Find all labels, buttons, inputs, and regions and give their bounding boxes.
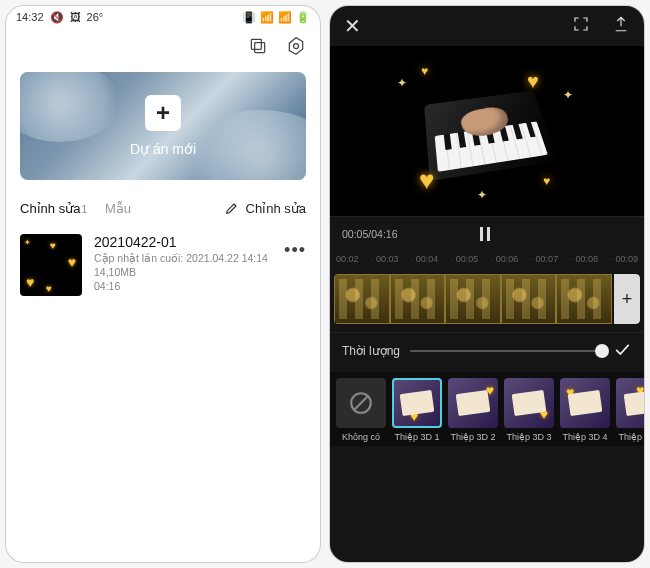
signal-icon: 📶 <box>278 11 292 24</box>
effect-thiep-3d-5[interactable]: Thiệp 3D 5 <box>616 378 644 442</box>
video-preview[interactable]: ♥♥♥♥ ✦✦✦ <box>330 46 644 216</box>
tab-edit-count: 1 <box>81 204 87 215</box>
add-clip-button[interactable]: + <box>614 274 640 324</box>
svg-rect-0 <box>251 39 261 49</box>
new-project-hero[interactable]: + Dự án mới <box>20 72 306 180</box>
confirm-button[interactable] <box>612 339 632 362</box>
editor-screen: ✕ ♥♥♥♥ ✦✦✦ 00:05/04:16 00:02 00:03 00:04… <box>330 6 644 562</box>
none-icon <box>348 390 374 416</box>
preview-content <box>424 90 558 181</box>
effect-label: Thiệp 3D 3 <box>504 432 554 442</box>
tab-template[interactable]: Mẫu <box>105 201 131 216</box>
project-updated: Cập nhật lần cuối: 2021.04.22 14:14 <box>94 252 272 264</box>
status-bar: 14:32 🔇 🖼 26° 📳 📶 📶 🔋 <box>6 6 320 28</box>
timeline-clip[interactable] <box>501 274 557 324</box>
ruler-tick: 00:03 <box>371 254 399 264</box>
vibrate-icon: 📳 <box>242 11 256 24</box>
settings-icon[interactable] <box>286 36 306 60</box>
status-time: 14:32 <box>16 11 44 23</box>
tabs-row: Chỉnh sửa1 Mẫu Chỉnh sửa <box>6 194 320 226</box>
ruler-tick: 00:04 <box>411 254 439 264</box>
project-thumbnail: ♥♥♥♥✦ <box>20 234 82 296</box>
duration-label: Thời lượng <box>342 344 400 358</box>
playback-row: 00:05/04:16 <box>330 216 644 250</box>
svg-rect-1 <box>255 43 265 53</box>
effect-thiep-3d-4[interactable]: Thiệp 3D 4 <box>560 378 610 442</box>
duration-row: Thời lượng <box>330 332 644 372</box>
svg-point-2 <box>294 44 299 49</box>
close-icon[interactable]: ✕ <box>344 14 361 38</box>
status-image-icon: 🖼 <box>70 11 81 23</box>
effect-thiep-3d-1[interactable]: Thiệp 3D 1 <box>392 378 442 442</box>
ruler-tick: 00:08 <box>571 254 599 264</box>
tab-edit-label: Chỉnh sửa <box>20 201 80 216</box>
project-meta: 20210422-01 Cập nhật lần cuối: 2021.04.2… <box>94 234 272 292</box>
duration-slider[interactable] <box>410 350 602 352</box>
new-project-label: Dự án mới <box>130 141 196 157</box>
wifi-icon: 📶 <box>260 11 274 24</box>
pause-button[interactable] <box>480 227 490 241</box>
ruler-tick: 00:09 <box>610 254 638 264</box>
timeline-track[interactable]: + <box>334 274 640 324</box>
timeline-ruler[interactable]: 00:02 00:03 00:04 00:05 00:06 00:07 00:0… <box>330 250 644 270</box>
project-size: 14,10MB <box>94 266 272 278</box>
project-item[interactable]: ♥♥♥♥✦ 20210422-01 Cập nhật lần cuối: 202… <box>6 226 320 304</box>
effect-label: Thiệp 3D 1 <box>392 432 442 442</box>
status-temp: 26° <box>87 11 104 23</box>
effects-strip: Không có Thiệp 3D 1 Thiệp 3D 2 Thiệp 3D … <box>330 372 644 446</box>
layers-icon[interactable] <box>248 36 268 60</box>
fullscreen-icon[interactable] <box>572 15 590 37</box>
pencil-icon <box>224 200 240 216</box>
project-title: 20210422-01 <box>94 234 272 250</box>
editor-top-bar: ✕ <box>330 6 644 46</box>
export-icon[interactable] <box>612 15 630 37</box>
effect-label: Thiệp 3D 2 <box>448 432 498 442</box>
ruler-tick: 00:07 <box>531 254 559 264</box>
ruler-tick: 00:02 <box>336 254 359 264</box>
timeline-clip[interactable] <box>556 274 612 324</box>
top-actions <box>6 28 320 68</box>
effect-thiep-3d-2[interactable]: Thiệp 3D 2 <box>448 378 498 442</box>
effect-label: Không có <box>336 432 386 442</box>
effect-thiep-3d-3[interactable]: Thiệp 3D 3 <box>504 378 554 442</box>
status-mute-icon: 🔇 <box>50 11 64 24</box>
timeline-clip[interactable] <box>445 274 501 324</box>
ruler-tick: 00:06 <box>491 254 519 264</box>
timeline-clip[interactable] <box>390 274 446 324</box>
ruler-tick: 00:05 <box>451 254 479 264</box>
playback-time: 00:05/04:16 <box>342 228 397 240</box>
project-more-icon[interactable]: ••• <box>284 234 306 261</box>
effect-label: Thiệp 3D 5 <box>616 432 644 442</box>
new-project-plus-icon: + <box>145 95 181 131</box>
effect-none[interactable]: Không có <box>336 378 386 442</box>
edit-list-label: Chỉnh sửa <box>246 201 306 216</box>
timeline-clip[interactable] <box>334 274 390 324</box>
projects-screen: 14:32 🔇 🖼 26° 📳 📶 📶 🔋 + Dự án mới Chỉnh … <box>6 6 320 562</box>
tab-edit[interactable]: Chỉnh sửa1 <box>20 201 87 216</box>
project-duration: 04:16 <box>94 280 272 292</box>
edit-list-button[interactable]: Chỉnh sửa <box>224 200 306 216</box>
effect-label: Thiệp 3D 4 <box>560 432 610 442</box>
battery-icon: 🔋 <box>296 11 310 24</box>
